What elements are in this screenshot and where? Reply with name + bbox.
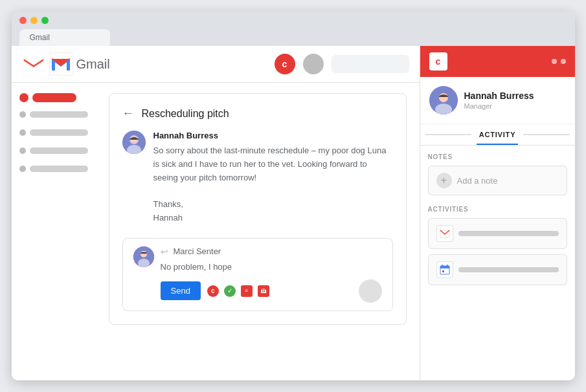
- reply-content: ↩ Marci Senter No problem, I hope Send: [161, 246, 382, 303]
- reply-sender-avatar: [133, 246, 154, 267]
- gmail-header: Gmail c: [12, 46, 420, 83]
- sidebar-item-starred[interactable]: [19, 127, 88, 138]
- contact-info: Hannah Burress Manager: [464, 91, 566, 110]
- tab-activity[interactable]: Activity: [477, 124, 519, 145]
- minimize-dot[interactable]: [30, 17, 38, 24]
- send-button[interactable]: Send: [161, 281, 201, 300]
- copper-reply-icon[interactable]: c: [207, 285, 219, 297]
- starred-label: [30, 129, 88, 136]
- reply-sender-name: Marci Senter: [174, 246, 221, 256]
- sender-name: Hannah Burress: [153, 131, 393, 140]
- browser-dots: [19, 17, 567, 24]
- svg-point-12: [439, 93, 448, 102]
- gmail-area: Gmail c: [12, 46, 420, 380]
- gmail-logo: Gmail: [22, 52, 110, 76]
- maximize-dot[interactable]: [41, 17, 49, 24]
- gmail-m-logo: [49, 52, 73, 76]
- crm-tabs: Activity: [420, 124, 575, 146]
- gmail-body: ← Rescheduling pitch: [12, 83, 420, 380]
- inbox-label: [30, 111, 88, 118]
- reply-footer: Send c ✓: [161, 279, 382, 303]
- contact-title: Manager: [464, 102, 566, 110]
- contact-avatar: [429, 86, 458, 114]
- sent-label: [30, 147, 88, 154]
- crm-dot-1: [552, 59, 557, 64]
- inbox-dot: [19, 111, 26, 118]
- activities-section: ACTIVITIES: [428, 206, 567, 285]
- compose-button[interactable]: [19, 93, 88, 102]
- email-content: ← Rescheduling pitch: [96, 83, 420, 380]
- gmail-m-icon: [22, 52, 45, 76]
- user-avatar[interactable]: [303, 54, 324, 74]
- notes-section-title: NOTES: [428, 153, 567, 160]
- crm-logo-icon[interactable]: c: [429, 52, 447, 71]
- reply-section: ↩ Marci Senter No problem, I hope Send: [122, 238, 393, 311]
- close-dot[interactable]: [19, 17, 27, 24]
- add-note-box[interactable]: + Add a note: [428, 166, 567, 195]
- email-message: Hannah Burress So sorry about the last-m…: [122, 131, 393, 225]
- gmail-activity-bar: [458, 231, 559, 236]
- activity-item-gmail: [428, 218, 567, 249]
- calendar-activity-bar: [458, 267, 559, 272]
- sidebar-item-inbox[interactable]: [19, 109, 88, 120]
- notes-section: NOTES + Add a note: [428, 153, 567, 195]
- copper-c-letter: c: [436, 56, 441, 67]
- calendar-reply-icon[interactable]: 📅: [258, 285, 269, 297]
- reply-row: ↩ Marci Senter No problem, I hope Send: [133, 246, 382, 303]
- reply-toolbar-icons: c ✓ ≡: [207, 285, 269, 297]
- sender-avatar: [122, 131, 146, 154]
- browser-chrome: Gmail: [12, 12, 575, 46]
- reply-text: No problem, I hope: [161, 262, 382, 272]
- reply-user-avatar: [359, 279, 382, 303]
- tab-right-spacer: [523, 134, 569, 135]
- sidebar-item-drafts[interactable]: [19, 163, 88, 175]
- crm-panel: c Hannah Burress: [420, 46, 575, 380]
- email-subject: Rescheduling pitch: [142, 108, 229, 120]
- copper-header-icon[interactable]: c: [275, 54, 295, 74]
- crm-header-bar: c: [420, 46, 575, 77]
- add-note-label: Add a note: [457, 176, 498, 186]
- sidebar-item-sent[interactable]: [19, 145, 88, 157]
- gmail-sidebar: [12, 83, 96, 380]
- starred-dot: [19, 129, 26, 136]
- svg-point-9: [141, 251, 147, 257]
- calendar-activity-icon: [436, 261, 453, 278]
- gmail-app-name: Gmail: [76, 57, 110, 72]
- browser-window: Gmail: [12, 12, 575, 380]
- gmail-header-right: c: [275, 54, 409, 74]
- search-bar[interactable]: [332, 55, 409, 73]
- gmail-tab[interactable]: Gmail: [19, 29, 110, 46]
- contact-name: Hannah Burress: [464, 91, 566, 101]
- crm-dot-2: [561, 59, 566, 64]
- sent-dot: [19, 147, 26, 154]
- browser-content: Gmail c: [12, 46, 575, 380]
- compose-icon: [19, 93, 28, 102]
- tab-left-spacer: [425, 134, 471, 135]
- check-reply-icon[interactable]: ✓: [224, 285, 236, 297]
- tab-bar: Gmail: [19, 29, 567, 46]
- message-body: Hannah Burress So sorry about the last-m…: [153, 131, 393, 225]
- activities-section-title: ACTIVITIES: [428, 206, 567, 213]
- reply-arrow-icon: ↩: [161, 246, 168, 257]
- gmail-activity-icon: [436, 225, 453, 242]
- drafts-dot: [19, 166, 26, 172]
- svg-rect-7: [130, 138, 139, 140]
- email-nav: ← Rescheduling pitch: [122, 107, 393, 120]
- drafts-label: [30, 166, 88, 172]
- compose-label: [32, 93, 76, 102]
- message-text: So sorry about the last-minute reschedul…: [153, 144, 393, 225]
- svg-rect-18: [442, 270, 444, 272]
- back-button[interactable]: ←: [122, 107, 134, 120]
- email-card: ← Rescheduling pitch: [109, 93, 407, 325]
- reply-header: ↩ Marci Senter: [161, 246, 382, 257]
- list-reply-icon[interactable]: ≡: [241, 285, 253, 297]
- activity-item-calendar: [428, 254, 567, 285]
- svg-rect-15: [440, 266, 449, 268]
- add-note-icon: +: [436, 173, 452, 188]
- crm-body: NOTES + Add a note ACTIVITIES: [420, 146, 575, 380]
- crm-header-dots: [552, 59, 566, 64]
- crm-contact: Hannah Burress Manager: [420, 77, 575, 124]
